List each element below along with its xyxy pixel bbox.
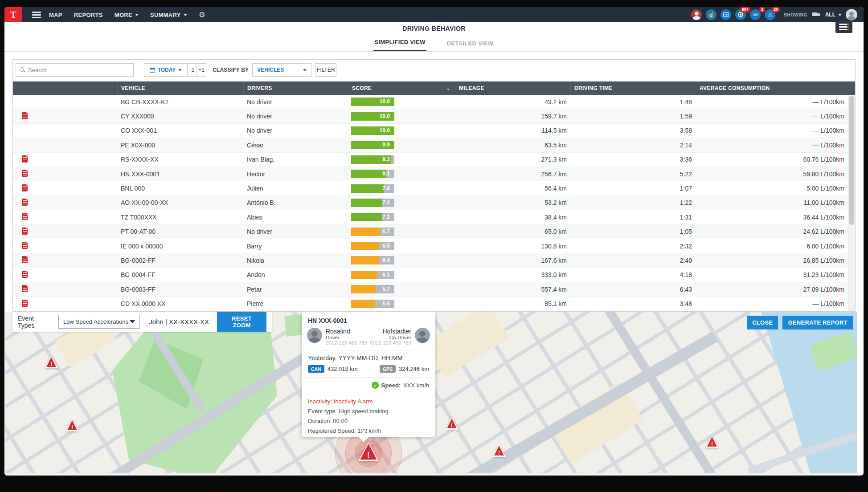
brand-logo[interactable]: T	[4, 7, 22, 22]
tab-detailed-view[interactable]: DETAILED VIEW	[446, 40, 495, 51]
column-header-score[interactable]: SCORE⌄	[348, 81, 455, 95]
table-row[interactable]: AO XX-00-00-XX António B. 7.2 53.2 km 1:…	[13, 196, 849, 210]
score-bar: 7.2	[351, 199, 394, 207]
score-value: 8.1	[382, 170, 390, 178]
report-document-icon[interactable]	[22, 213, 28, 220]
table-row[interactable]: RS-XXXX-XX Ivan Blag. 9.3 271.3 km 3:36 …	[13, 153, 849, 167]
driving-time-cell: 1:22	[570, 199, 696, 206]
table-row[interactable]: BNL 000 Julien 7.6 56.4 km 1:07 5.00 L/1…	[13, 181, 849, 195]
table-row[interactable]: CY XXX000 No driver 10.0 159.7 km 1:59 —…	[13, 109, 849, 123]
hamburger-menu-icon[interactable]	[32, 10, 41, 20]
nav-item-reports[interactable]: REPORTS	[74, 12, 103, 18]
score-value: 7.1	[382, 213, 390, 221]
tracking-target-icon[interactable]: 99+	[735, 9, 746, 20]
driver-cell: No driver	[243, 98, 348, 106]
driver-cell: Barry	[243, 243, 348, 250]
driver-cell: Pierre	[243, 300, 348, 307]
vehicle-cell: BNL 000	[117, 185, 243, 192]
table-header: VEHICLE DRIVERS SCORE⌄ MILEAGE DRIVING T…	[13, 81, 855, 95]
table-row[interactable]: PT 00-AT-00 No driver 6.7 65.0 km 1:05 2…	[13, 225, 849, 239]
showing-filter-dropdown[interactable]: ALL	[825, 12, 842, 18]
registered-speed-text: Registered Speed: 122 km/h	[308, 426, 429, 436]
panel-menu-button[interactable]	[835, 20, 852, 33]
report-document-icon[interactable]	[22, 170, 28, 177]
settings-gear-icon[interactable]: ⚙	[199, 10, 205, 20]
driving-time-cell: 6:43	[570, 286, 696, 293]
column-header-avg-consumption[interactable]: AVERAGE CONSUMPTION	[696, 81, 855, 95]
date-minus-button[interactable]: -1	[187, 63, 197, 77]
screenshot-frame: T MAP REPORTS MORE SUMMARY ⚙ ☝ TV 99+ ✉2…	[0, 0, 868, 492]
mileage-cell: 167.6 km	[455, 257, 570, 264]
table-row[interactable]: CD XX 0000 XX Pierre 5.6 85.1 km 3:48 — …	[13, 297, 849, 311]
scrollbar-thumb[interactable]	[849, 96, 854, 225]
warning-triangle-marker[interactable]: !	[445, 417, 459, 430]
warning-triangle-marker[interactable]: !	[66, 419, 79, 431]
generate-report-button[interactable]: GENERATE REPORT	[782, 316, 853, 329]
table-row[interactable]: HN XXX-0001 Hector 8.1 256.7 km 5:22 59.…	[13, 167, 849, 181]
driver-photo-icon[interactable]	[691, 9, 702, 20]
nav-item-more[interactable]: MORE	[115, 12, 139, 18]
driver-cell: No driver	[243, 113, 348, 120]
event-type-dropdown[interactable]: Low Speed Accelerations	[58, 315, 140, 329]
consumption-cell: — L/100km	[696, 142, 849, 149]
gesture-icon[interactable]: ☝	[706, 9, 717, 20]
consumption-cell: 24.62 L/100km	[696, 228, 849, 235]
event-type-text: Event type: High speed braking	[308, 407, 429, 416]
report-document-icon[interactable]	[22, 242, 28, 249]
table-row[interactable]: IE 000 x 00000 Barry 6.5 130.8 km 2:32 6…	[13, 239, 849, 253]
vertical-scrollbar[interactable]	[848, 95, 855, 311]
report-document-icon[interactable]	[22, 256, 28, 263]
search-icon	[20, 67, 25, 73]
close-button[interactable]: CLOSE	[747, 316, 778, 329]
driving-time-cell: 2:40	[570, 257, 696, 264]
column-header-mileage[interactable]: MILEAGE	[455, 81, 570, 95]
column-header-driving-time[interactable]: DRIVING TIME	[570, 81, 696, 95]
score-bar: 10.0	[351, 126, 394, 135]
messages-envelope-icon[interactable]: ✉2	[750, 9, 761, 20]
nav-item-map[interactable]: MAP	[49, 12, 62, 18]
horizontal-scrollbar[interactable]	[5, 473, 857, 476]
table-row[interactable]: BG-0003-FF Petar 5.7 557.4 km 6:43 27.09…	[13, 282, 849, 297]
table-row[interactable]: BG CB-XXXX-KT No driver 10.0 49.2 km 1:4…	[13, 95, 849, 109]
classify-by-dropdown[interactable]: VEHICLES	[252, 63, 311, 77]
driver-cell: Julien	[243, 185, 348, 192]
report-document-icon[interactable]	[22, 184, 28, 191]
column-header-vehicle[interactable]: VEHICLE	[117, 81, 243, 95]
tab-simplified-view[interactable]: SIMPLIFIED VIEW	[373, 39, 426, 51]
report-document-icon[interactable]	[22, 228, 28, 235]
consumption-cell: 31.23 L/100km	[696, 271, 849, 278]
date-selector-button[interactable]: TODAY	[144, 63, 188, 77]
warning-triangle-marker[interactable]: !	[705, 435, 719, 448]
report-document-icon[interactable]	[22, 300, 28, 307]
table-row[interactable]: TZ T000XXX Abasi 7.1 38.4 km 1:31 36.44 …	[13, 210, 849, 224]
column-header-drivers[interactable]: DRIVERS	[243, 81, 348, 95]
speed-status-icon: ↙	[372, 382, 379, 389]
report-document-icon[interactable]	[22, 271, 28, 278]
nav-item-summary[interactable]: SUMMARY	[150, 12, 187, 18]
report-document-icon[interactable]	[22, 155, 28, 163]
mileage-cell: 159.7 km	[455, 113, 570, 120]
map-canvas[interactable]: ! ! ! ! ! ! Event Types Low Speed Accele…	[5, 312, 857, 473]
warning-triangle-marker[interactable]: !	[492, 444, 506, 457]
user-avatar[interactable]	[846, 9, 857, 20]
report-document-icon[interactable]	[22, 112, 28, 119]
alerts-warning-icon[interactable]: ⚠20	[765, 9, 775, 20]
warning-triangle-icon[interactable]: !	[358, 443, 379, 461]
table-row[interactable]: BG-0002-FF Nikola 6.4 167.6 km 2:40 26.8…	[13, 253, 849, 268]
tv-icon[interactable]: TV	[721, 9, 731, 20]
filter-button[interactable]: FILTER	[315, 63, 336, 77]
table-row[interactable]: CO XXX-001 No driver 10.0 114.5 km 3:58 …	[13, 124, 849, 138]
date-plus-button[interactable]: +1	[197, 63, 206, 77]
driver-cell: Nikola	[243, 257, 348, 264]
table-row[interactable]: PE X0X-000 César 9.9 63.5 km 2:14 — L/10…	[13, 138, 849, 152]
report-document-icon[interactable]	[22, 285, 28, 292]
warning-triangle-marker[interactable]: !	[45, 356, 58, 368]
event-types-bar: Event Types Low Speed Accelerations John…	[12, 312, 272, 332]
report-document-icon[interactable]	[22, 199, 28, 206]
table-row[interactable]: BG-0004-FF Andon 6.1 333.0 km 4:18 31.23…	[13, 268, 849, 282]
search-box[interactable]	[16, 63, 134, 77]
search-input[interactable]	[28, 67, 130, 73]
codriver-role: Co-Driver	[370, 335, 411, 340]
consumption-cell: 6.00 L/100km	[696, 243, 849, 250]
reset-zoom-button[interactable]: RESET ZOOM	[217, 312, 266, 332]
